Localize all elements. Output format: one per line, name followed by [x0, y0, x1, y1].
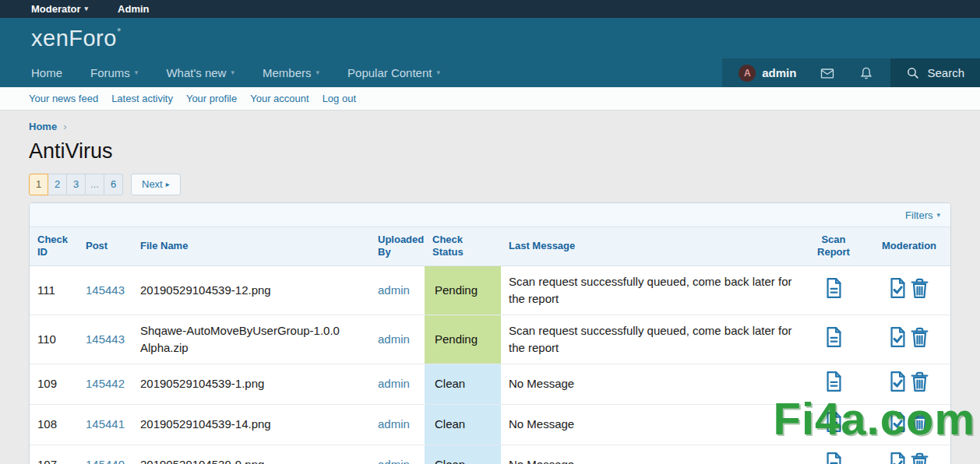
pagination: 123...6 Next ▸	[29, 174, 951, 195]
cell-moderation	[866, 364, 951, 404]
cell-uploaded-by-link[interactable]: admin	[370, 315, 425, 364]
trash-icon[interactable]	[910, 277, 929, 304]
cell-uploaded-by-link[interactable]: admin	[370, 265, 425, 315]
cell-scan-report	[801, 364, 866, 404]
cell-uploaded-by-link[interactable]: admin	[370, 445, 425, 464]
cell-moderation	[866, 445, 951, 464]
page-ellipsis: ...	[85, 174, 104, 195]
search-label: Search	[927, 66, 964, 79]
page-number-button[interactable]: 3	[66, 174, 86, 195]
cell-check-id: 109	[30, 364, 78, 404]
trash-icon[interactable]	[910, 411, 929, 438]
table-row: 10814544120190529104539-14.pngadminClean…	[30, 404, 951, 445]
admin-toolbar: Moderator ▾ Admin	[0, 0, 980, 18]
cell-scan-report	[801, 265, 866, 315]
cell-post-link[interactable]: 145443	[78, 315, 132, 364]
filters-menu[interactable]: Filters ▾	[905, 209, 940, 221]
page-number-button[interactable]: 1	[29, 174, 48, 195]
document-icon[interactable]	[825, 277, 843, 304]
filters-bar: Filters ▾	[30, 203, 950, 227]
nav-item-home[interactable]: Home	[31, 66, 62, 79]
column-header-file-name: File Name	[132, 227, 370, 265]
subnav-link-your-news-feed[interactable]: Your news feed	[29, 93, 98, 104]
cell-uploaded-by-link[interactable]: admin	[370, 404, 425, 445]
cell-scan-report	[801, 315, 866, 364]
user-panel: A admin	[722, 58, 890, 87]
breadcrumb-home-link[interactable]: Home	[29, 121, 57, 132]
cell-last-message: No Message	[501, 445, 801, 464]
nav-item-label: What's new	[166, 66, 226, 79]
cell-check-id: 110	[30, 315, 78, 364]
chevron-down-icon: ▾	[436, 69, 440, 76]
trash-icon[interactable]	[910, 371, 929, 397]
page-number-group: 123...6	[29, 174, 123, 195]
column-header-uploaded-by: Uploaded By	[370, 227, 425, 265]
page-number-button[interactable]: 6	[104, 174, 123, 195]
inbox-button[interactable]	[808, 58, 847, 87]
approve-document-icon[interactable]	[889, 371, 907, 397]
cell-check-status: Clean	[425, 404, 501, 445]
approve-document-icon[interactable]	[889, 411, 907, 438]
document-icon[interactable]	[825, 371, 843, 397]
cell-check-status: Clean	[425, 445, 501, 464]
admin-link[interactable]: Admin	[118, 3, 149, 15]
column-header-moderation: Moderation	[866, 227, 951, 265]
account-menu[interactable]: A admin	[727, 58, 808, 87]
search-button[interactable]: Search	[890, 58, 980, 87]
alerts-button[interactable]	[847, 58, 886, 87]
nav-item-label: Home	[31, 66, 62, 79]
cell-post-link[interactable]: 145441	[78, 404, 132, 445]
moderator-menu[interactable]: Moderator ▾	[31, 3, 88, 15]
antivirus-table: Check IDPostFile NameUploaded ByCheck St…	[30, 227, 951, 464]
cell-check-status: Clean	[425, 364, 501, 404]
next-page-button[interactable]: Next ▸	[131, 174, 181, 195]
cell-file-name: Shqawe-AutoMoveByUserGroup-1.0.0 Alpha.z…	[132, 315, 370, 364]
xenforo-logo[interactable]: xenForo●	[31, 26, 122, 51]
document-icon[interactable]	[825, 326, 843, 353]
column-header-check-status: Check Status	[425, 227, 501, 265]
approve-document-icon[interactable]	[889, 277, 907, 304]
chevron-down-icon: ▾	[135, 69, 139, 76]
arrow-right-icon: ▸	[166, 174, 170, 195]
subnav-link-your-account[interactable]: Your account	[250, 93, 308, 104]
nav-item-forums[interactable]: Forums▾	[90, 66, 138, 79]
cell-moderation	[866, 315, 951, 364]
trash-icon[interactable]	[910, 452, 929, 464]
subnav-link-latest-activity[interactable]: Latest activity	[111, 93, 173, 104]
column-header-scan-report: Scan Report	[801, 227, 866, 265]
approve-document-icon[interactable]	[889, 452, 907, 464]
cell-file-name: 20190529104539-9.png	[132, 445, 370, 464]
search-icon	[906, 66, 920, 80]
cell-post-link[interactable]: 145443	[78, 265, 132, 315]
cell-moderation	[866, 404, 951, 445]
nav-item-what-s-new[interactable]: What's new▾	[166, 66, 234, 79]
page-number-button[interactable]: 2	[48, 174, 67, 195]
nav-item-members[interactable]: Members▾	[263, 66, 319, 79]
username-label: admin	[762, 66, 796, 79]
chevron-down-icon: ▾	[316, 69, 320, 76]
cell-post-link[interactable]: 145440	[78, 445, 132, 464]
table-body: 11114544320190529104539-12.pngadminPendi…	[30, 265, 951, 464]
envelope-icon	[820, 65, 835, 81]
approve-document-icon[interactable]	[889, 326, 907, 353]
document-icon[interactable]	[825, 452, 843, 464]
table-header-row: Check IDPostFile NameUploaded ByCheck St…	[30, 227, 951, 265]
cell-check-id: 107	[30, 445, 78, 464]
document-icon[interactable]	[825, 411, 843, 438]
subnav-link-log-out[interactable]: Log out	[323, 93, 356, 104]
cell-scan-report	[801, 404, 866, 445]
nav-item-label: Members	[263, 66, 312, 79]
table-row: 10714544020190529104539-9.pngadminCleanN…	[30, 445, 951, 464]
chevron-down-icon: ▾	[936, 212, 940, 219]
subnav-link-your-profile[interactable]: Your profile	[186, 93, 237, 104]
cell-uploaded-by-link[interactable]: admin	[370, 364, 425, 404]
cell-check-status: Pending	[425, 315, 501, 364]
site-header: xenForo● HomeForums▾What's new▾Members▾P…	[0, 18, 980, 87]
table-row: 110145443Shqawe-AutoMoveByUserGroup-1.0.…	[30, 315, 951, 364]
cell-file-name: 20190529104539-12.png	[132, 265, 370, 315]
trash-icon[interactable]	[910, 326, 929, 353]
nav-item-popular-content[interactable]: Popular Content▾	[347, 66, 440, 79]
cell-post-link[interactable]: 145442	[78, 364, 132, 404]
cell-check-id: 111	[30, 265, 78, 315]
main-nav: HomeForums▾What's new▾Members▾Popular Co…	[31, 58, 440, 87]
